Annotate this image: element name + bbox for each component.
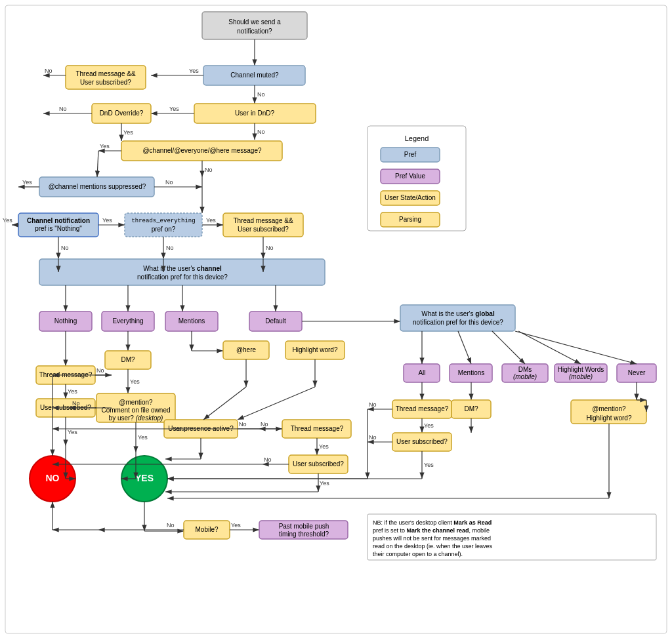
nb-text4: read on the desktop (ie. when the user l…	[373, 543, 493, 550]
dms-mobile-text2: (mobile)	[513, 373, 537, 380]
label-yes15: Yes	[320, 480, 329, 487]
label-yes10: Yes	[68, 429, 77, 435]
thread-subscribed2-text2: User subscribed?	[238, 226, 289, 233]
diagram-container: Should we send a notification? Channel m…	[0, 0, 672, 640]
label-yes5: Yes	[22, 179, 32, 186]
global-notif-text1: What is the user's global	[421, 310, 495, 317]
label-no2: No	[257, 91, 265, 98]
user-subscribed3-text: User subscribed?	[40, 404, 91, 411]
highlight-word-text: Highlight word?	[293, 346, 338, 353]
label-yes14: Yes	[319, 443, 329, 450]
channel-notif-pref-text1: What is the user's channel	[143, 265, 222, 272]
thread-subscribed1-text2: User subscribed?	[80, 79, 131, 86]
legend-pref-value-text: Pref Value	[395, 172, 425, 180]
user-subscribed-all-text: User subscribed?	[396, 438, 448, 445]
no-text: NO	[46, 473, 60, 483]
label-no14: No	[261, 421, 268, 428]
threads-everything-text2: pref on?	[152, 226, 176, 233]
yes-text: YES	[135, 473, 154, 483]
channel-muted-text: Channel muted?	[230, 71, 279, 79]
at-mention-text2: Comment on file owned	[101, 407, 170, 414]
label-no3: No	[257, 129, 265, 135]
thread-all-text: Thread message?	[396, 405, 449, 412]
all-text: All	[418, 369, 425, 376]
at-mention-text3: by user? (desktop)	[109, 414, 163, 422]
user-subscribed4-text: User subscribed?	[293, 460, 344, 468]
default-text: Default	[265, 317, 286, 325]
label-yes9: Yes	[68, 388, 77, 395]
nb-text5: their computer open to a channel).	[373, 551, 463, 557]
label-no13: No	[239, 421, 247, 428]
nb-text3: pushes will not be sent for messages mar…	[373, 535, 491, 542]
label-yes16: Yes	[424, 422, 434, 429]
arrow-athere-to-presence	[203, 387, 246, 420]
start-text: Should we send a	[228, 18, 281, 26]
legend-user-state-text: User State/Action	[385, 194, 436, 201]
thread-msg3-text: Thread message?	[39, 371, 93, 378]
dnd-override-text: DnD Override?	[100, 110, 144, 117]
label-no6: No	[165, 179, 173, 186]
mobile-text: Mobile?	[195, 526, 218, 533]
label-no12: No	[72, 400, 80, 407]
highlight-words-text1: Highlight Words	[558, 366, 604, 373]
at-mention2-text1: @mention?	[592, 405, 626, 412]
label-no17: No	[369, 434, 377, 441]
label-no16: No	[369, 401, 377, 408]
label-yes11: Yes	[130, 378, 140, 385]
channel-notif-nothing-text2: pref is "Nothing"	[35, 225, 82, 232]
mentions-text: Mentions	[178, 317, 205, 325]
label-yes4: Yes	[100, 143, 110, 150]
at-here-text: @here	[236, 346, 257, 353]
legend-pref-text: Pref	[404, 151, 417, 158]
label-no9: No	[266, 245, 274, 251]
label-no5: No	[205, 167, 213, 173]
label-yes2: Yes	[169, 106, 179, 112]
at-mention2-text2: Highlight word?	[587, 414, 632, 422]
label-yes3: Yes	[123, 129, 133, 136]
at-mention-text1: @mention?	[119, 399, 153, 406]
channel-notif-nothing-text1: Channel notification	[27, 217, 90, 224]
legend-title: Legend	[405, 134, 429, 142]
arrow-channel-yes-to-suppressed	[97, 151, 98, 177]
thread-msg4-text: Thread message?	[291, 425, 344, 432]
start-text2: notification?	[237, 28, 272, 35]
thread-subscribed1-text1: Thread message &&	[75, 70, 135, 77]
label-yes17: Yes	[424, 462, 434, 468]
highlight-words-text2: (mobile)	[569, 373, 593, 380]
dm2-text: DM?	[464, 405, 478, 412]
label-yes6: Yes	[3, 217, 12, 224]
dms-mobile-text1: DMs	[518, 366, 532, 373]
past-mobile-text1: Past mobile push	[279, 523, 329, 530]
label-no15: No	[264, 456, 272, 463]
label-yes12: Yes	[138, 434, 148, 441]
start-node	[202, 12, 307, 39]
past-mobile-text2: timing threshold?	[279, 530, 329, 538]
global-notif-text2: notification pref for this device?	[413, 319, 503, 326]
arrow-highlight-to-presence	[238, 387, 315, 420]
legend-parsing-text: Parsing	[399, 216, 421, 223]
channel-everyone-text: @channel/@everyone/@here message?	[142, 147, 262, 154]
everything-text: Everything	[112, 317, 143, 325]
label-no10: No	[96, 367, 104, 374]
flowchart: Should we send a notification? Channel m…	[0, 0, 672, 640]
threads-everything-text1: threads_everything	[131, 218, 195, 224]
label-no7: No	[61, 245, 69, 251]
label-yes8: Yes	[206, 217, 216, 224]
mentions-suppressed-text: @channel mentions suppressed?	[49, 183, 146, 190]
arrow-global-to-never	[515, 331, 637, 364]
dnd-text: User in DnD?	[235, 110, 274, 117]
label-no18: No	[167, 522, 175, 529]
arrow-global-to-highlight	[518, 331, 581, 364]
nothing-text: Nothing	[54, 317, 77, 325]
mentions-global-text: Mentions	[458, 369, 485, 376]
thread-subscribed2-text1: Thread message &&	[233, 217, 293, 224]
dm1-text: DM?	[121, 356, 135, 363]
channel-notif-pref-node	[39, 259, 325, 285]
label-yes7: Yes	[102, 217, 112, 224]
never-text: Never	[628, 369, 646, 376]
label-yes18: Yes	[231, 522, 241, 529]
nb-text1: NB: if the user's desktop client Mark as…	[373, 519, 492, 526]
label-no4: No	[59, 106, 67, 112]
channel-notif-pref-text2: notification pref for this device?	[137, 273, 228, 281]
arrow-global-to-dms	[492, 331, 525, 364]
